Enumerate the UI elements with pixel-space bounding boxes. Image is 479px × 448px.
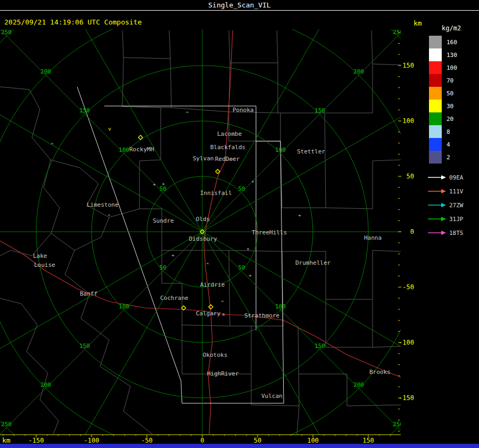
city-label: Sundre	[153, 217, 174, 224]
city-label: Cochrane	[160, 295, 188, 302]
map-point-marker: ^	[221, 300, 224, 305]
colorbar-entry: 2	[429, 151, 457, 164]
city-label: ThreeHills	[252, 229, 287, 236]
range-label: 250	[1, 29, 12, 36]
map-point-marker: +	[162, 181, 165, 186]
range-spoke	[202, 21, 413, 232]
range-spoke	[0, 83, 202, 232]
county-boundary	[0, 298, 59, 434]
colorbar-value: 70	[447, 77, 453, 84]
colorbar-entry: 100	[429, 61, 457, 74]
map-point-marker: x	[222, 312, 225, 317]
colorbar-value: 30	[447, 103, 453, 110]
county-boundary	[229, 30, 278, 63]
city-label: Innisfail	[200, 190, 232, 197]
x-axis-tick-label: -100	[84, 437, 100, 444]
colorbar-value: 20	[447, 116, 453, 123]
radar-site-entry: 27ZW	[428, 198, 464, 212]
colorbar-title: kg/m2	[442, 25, 461, 32]
range-label: 200	[40, 68, 51, 75]
radar-display[interactable]: 5010015020025050100150200250501001502002…	[0, 0, 479, 448]
map-point-marker: +	[171, 252, 175, 258]
map-point-marker: +	[249, 273, 252, 278]
range-label: 50	[159, 264, 166, 271]
range-label: 200	[353, 381, 364, 388]
range-label: 250	[393, 421, 403, 428]
radar-app-window: Single_Scan_VIL 2025/09/21 14:19:06 UTC …	[0, 0, 479, 448]
colorbar-value: 100	[447, 64, 457, 71]
city-label: Okotoks	[203, 352, 227, 359]
colorbar-swatch	[429, 61, 442, 74]
radar-site-arrow-icon	[428, 216, 446, 222]
map-point-marker: +	[153, 182, 156, 187]
radar-site-entry: 09EA	[428, 170, 464, 184]
city-label: HighRiver	[207, 370, 239, 377]
city-label: Olds	[196, 216, 210, 223]
county-boundary	[297, 406, 299, 434]
city-label: RedDeer	[215, 156, 240, 162]
colorbar-swatch	[429, 74, 442, 87]
colorbar-entry: 30	[429, 100, 457, 112]
city-label: Lacombe	[217, 131, 242, 137]
range-label: 150	[79, 343, 90, 349]
range-label: 100	[119, 303, 129, 310]
radar-site-legend: 09EA111V27ZW31JP18TS	[428, 170, 464, 240]
city-label: Calgary	[196, 310, 221, 317]
y-axis-tick-label: 50	[407, 173, 414, 180]
county-boundary	[282, 250, 401, 299]
colorbar-value: 50	[447, 90, 453, 97]
radar-site-arrow-icon	[428, 202, 446, 208]
range-label: 150	[315, 343, 325, 349]
colorbar-swatch	[429, 36, 442, 48]
bottom-scrollbar[interactable]	[0, 444, 479, 448]
x-axis-tick-label: 100	[307, 437, 319, 444]
county-boundary	[109, 209, 139, 217]
map-point-marker: +	[298, 213, 301, 218]
x-axis-tick-label: -50	[141, 437, 153, 444]
range-label: 50	[238, 185, 245, 192]
colorbar-entry: 70	[429, 74, 457, 87]
city-label: Limestone	[87, 201, 119, 208]
highway	[211, 314, 401, 377]
colorbar-entry: 50	[429, 87, 457, 100]
map-point-marker: ^	[186, 111, 189, 116]
city-label: Drumheller	[295, 259, 331, 266]
colorbar-entry: 130	[429, 48, 457, 61]
range-label: 200	[353, 68, 364, 75]
county-boundary	[182, 325, 251, 374]
range-label: 100	[119, 146, 129, 153]
range-label: 250	[1, 421, 12, 428]
county-boundary	[326, 299, 373, 347]
colorbar-swatch	[429, 151, 442, 164]
x-axis-tick-label: 0	[200, 437, 204, 444]
city-label: Brooks	[369, 369, 391, 376]
map-point-marker: ^	[206, 262, 209, 267]
city-label: Ponoka	[233, 107, 254, 113]
city-label: Hanna	[364, 234, 382, 241]
city-label: Stettler	[297, 148, 325, 155]
city-label: Sylvan	[193, 155, 214, 162]
town-marker	[209, 305, 213, 309]
range-spoke	[202, 232, 460, 381]
radar-site-entry: 111V	[428, 184, 464, 198]
radar-site-arrow-icon	[428, 175, 446, 180]
county-boundary	[326, 160, 401, 209]
county-boundary	[171, 108, 229, 112]
county-boundary	[229, 63, 278, 113]
radar-site-entry: 31JP	[428, 212, 464, 226]
colorbar-value: 4	[447, 141, 450, 148]
city-label: Didsbury	[189, 235, 217, 242]
colorbar-swatch	[429, 87, 442, 100]
county-boundary	[371, 30, 373, 64]
colorbar-swatch	[429, 112, 442, 125]
colorbar-swatch	[429, 125, 442, 138]
city-label: Blackfalds	[210, 144, 245, 151]
y-axis-tick-label: -100	[399, 339, 414, 346]
city-label: Strathmore	[244, 312, 279, 319]
y-axis-tick-label: -150	[399, 394, 414, 402]
map-point-marker: ^	[108, 214, 111, 219]
county-boundary	[278, 113, 326, 208]
colorbar-value: 160	[447, 39, 457, 46]
city-label: Vulcan	[261, 393, 283, 400]
range-label: 50	[238, 264, 245, 271]
